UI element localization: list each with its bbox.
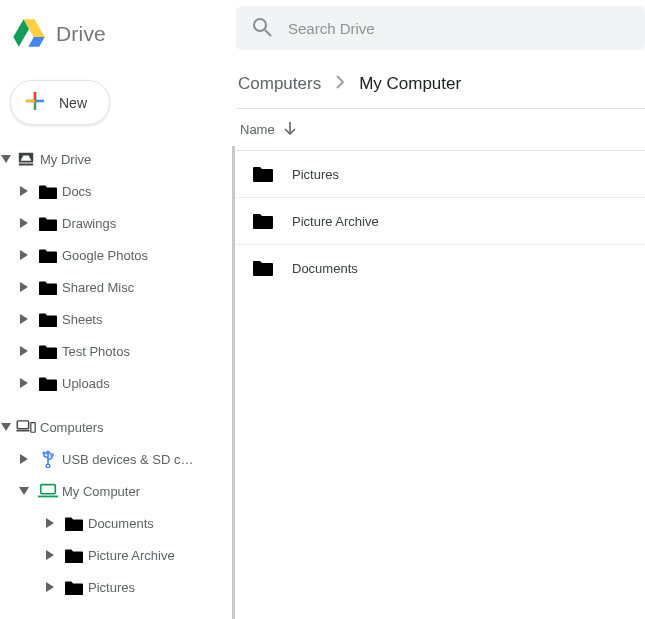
tree-label: Picture Archive [88,548,175,563]
caret-right-icon[interactable] [14,282,34,292]
tree-node-mydrive[interactable]: My Drive [0,143,232,175]
plus-icon [23,89,47,116]
drive-logo-icon [12,18,46,51]
caret-right-icon[interactable] [40,550,60,560]
folder-icon [34,182,62,200]
folder-icon [34,374,62,392]
tree-label: Test Photos [62,344,130,359]
tree-node-folder[interactable]: Drawings [0,207,232,239]
svg-point-13 [43,452,45,454]
svg-rect-10 [16,430,29,431]
folder-icon [34,214,62,232]
tree-node-folder[interactable]: Sheets [0,303,232,335]
folder-icon [60,546,88,564]
new-button[interactable]: New [10,80,110,125]
tree-node-folder[interactable]: Picture Archive [0,539,232,571]
search-input[interactable] [286,19,629,38]
new-button-label: New [59,95,87,111]
folder-icon [34,310,62,328]
folder-icon [34,278,62,296]
tree-label: Uploads [62,376,110,391]
tree-label: Documents [88,516,154,531]
search-box[interactable] [236,6,645,50]
tree-label: My Computer [62,484,140,499]
tree-node-folder[interactable]: Test Photos [0,335,232,367]
caret-down-icon[interactable] [14,486,34,496]
chevron-right-icon [335,74,345,94]
svg-rect-9 [17,421,28,429]
caret-down-icon[interactable] [0,154,12,164]
svg-rect-16 [38,496,58,498]
folder-icon [34,342,62,360]
brand[interactable]: Drive [0,8,232,52]
tree-label: Computers [40,420,104,435]
column-header-name[interactable]: Name [236,109,645,151]
tree-label: Drawings [62,216,116,231]
caret-right-icon[interactable] [14,218,34,228]
caret-right-icon[interactable] [40,518,60,528]
tree-label: Docs [62,184,92,199]
tree-node-folder[interactable]: Shared Misc [0,271,232,303]
tree-label: Google Photos [62,248,148,263]
column-label: Name [240,122,275,137]
folder-icon [60,514,88,532]
folder-icon [34,246,62,264]
tree-label: USB devices & SD c… [62,452,194,467]
caret-right-icon[interactable] [14,250,34,260]
caret-right-icon[interactable] [14,186,34,196]
svg-rect-15 [41,485,56,494]
folder-icon [60,578,88,596]
tree-label: Shared Misc [62,280,134,295]
tree-node-usb[interactable]: USB devices & SD c… [0,443,232,475]
breadcrumb: Computers My Computer [238,74,645,94]
tree-node-computers[interactable]: Computers [0,411,232,443]
tree-node-folder[interactable]: Docs [0,175,232,207]
caret-down-icon[interactable] [0,422,12,432]
caret-right-icon[interactable] [14,346,34,356]
search-icon [252,17,272,40]
tree-label: My Drive [40,152,91,167]
usb-icon [34,450,62,468]
svg-rect-14 [51,454,53,456]
sort-arrow-down-icon[interactable] [283,121,297,138]
tree-node-folder[interactable]: Documents [0,507,232,539]
svg-rect-11 [31,423,35,433]
caret-right-icon[interactable] [14,378,34,388]
tree-node-folder[interactable]: Pictures [0,571,232,603]
laptop-icon [34,483,62,499]
caret-right-icon[interactable] [14,314,34,324]
svg-rect-8 [19,164,33,166]
tree-node-folder[interactable]: Uploads [0,367,232,399]
tree-node-folder[interactable]: Google Photos [0,239,232,271]
tree-label: Pictures [88,580,135,595]
caret-right-icon[interactable] [40,582,60,592]
svg-point-12 [46,464,50,468]
tree-node-mycomputer[interactable]: My Computer [0,475,232,507]
mydrive-icon [12,150,40,168]
breadcrumb-current[interactable]: My Computer [359,74,461,94]
tree-label: Sheets [62,312,102,327]
caret-right-icon[interactable] [14,454,34,464]
breadcrumb-root[interactable]: Computers [238,74,321,94]
computers-icon [12,420,40,434]
brand-name: Drive [56,22,106,46]
